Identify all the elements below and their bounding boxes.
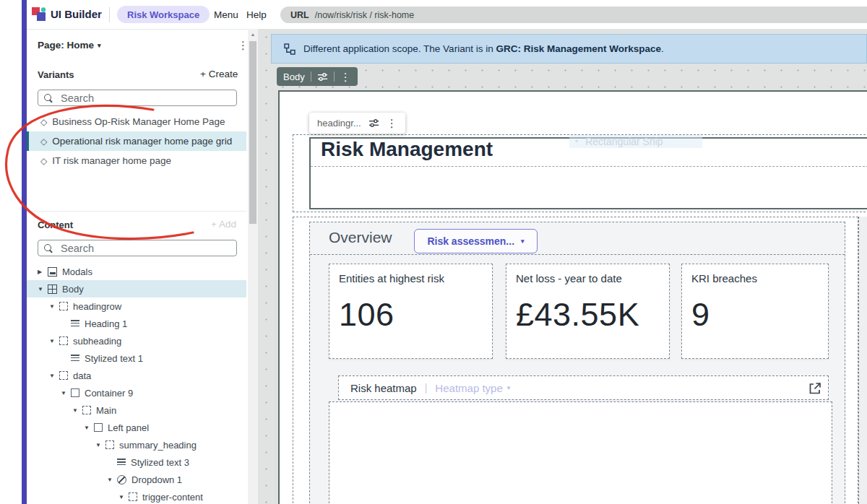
heatmap-divider: | xyxy=(425,382,428,394)
variant-item[interactable]: ◇ Business Op-Risk Manager Home Page xyxy=(26,112,246,131)
tree-item-label: summary_heading xyxy=(119,440,197,451)
page-selector[interactable]: Page: Home ▾ xyxy=(38,40,101,51)
variant-item[interactable]: ◇ IT risk manager home page xyxy=(26,151,246,170)
tree-item-label: Body xyxy=(62,284,84,295)
chevron-down-icon: ▾ xyxy=(98,42,101,49)
text-component-icon xyxy=(71,355,79,362)
search-icon xyxy=(44,243,53,253)
page-heading-text[interactable]: Risk Management xyxy=(321,138,493,161)
tree-item-trigger-content[interactable]: ▼ trigger-content xyxy=(26,488,246,504)
configure-sliders-icon[interactable] xyxy=(368,118,379,129)
url-bar[interactable]: URL /now/risk/risk / risk-home xyxy=(280,6,867,23)
dropdown-label: Risk assessmen... xyxy=(427,235,514,247)
tree-item-heading-1[interactable]: Heading 1 xyxy=(26,315,246,332)
heading-inner-outline xyxy=(311,166,867,167)
caret-down-icon[interactable]: ▼ xyxy=(107,477,117,483)
ui-builder-window: UI Builder Risk Workspace Menu Help URL … xyxy=(0,0,867,504)
overview-divider-outline xyxy=(310,254,845,255)
caret-right-icon[interactable]: ▶ xyxy=(38,269,48,275)
sidebar-section-divider xyxy=(26,211,246,212)
header-separator xyxy=(109,7,110,22)
app-title: UI Builder xyxy=(51,8,102,20)
page-menu-kebab-icon[interactable]: ⋮ xyxy=(238,40,249,51)
body-grid-icon xyxy=(48,284,57,294)
heatmap-header[interactable]: Risk heatmap | Heatmap type ▾ xyxy=(338,375,829,400)
tree-item-label: Container 9 xyxy=(85,388,133,399)
risk-assessment-dropdown[interactable]: Risk assessmen... ▾ xyxy=(414,229,538,253)
tree-item-summary-heading[interactable]: ▼ summary_heading xyxy=(26,436,246,453)
add-component-button[interactable]: + Add xyxy=(211,219,236,230)
help-button[interactable]: Help xyxy=(246,9,267,20)
chip-divider xyxy=(334,71,335,82)
body-element-chip[interactable]: Body ⋮ xyxy=(277,67,358,86)
variants-search[interactable] xyxy=(38,90,237,106)
layout-container-icon xyxy=(105,440,114,449)
tree-item-subheading[interactable]: ▼ subheading xyxy=(26,332,246,349)
chevron-down-icon: ▾ xyxy=(507,384,511,391)
tree-item-data[interactable]: ▼ data xyxy=(26,367,246,384)
tree-item-headingrow[interactable]: ▼ headingrow xyxy=(26,297,246,315)
tree-item-label: Dropdown 1 xyxy=(131,474,182,485)
tree-item-stylized-text-1[interactable]: Stylized text 1 xyxy=(26,349,246,367)
search-icon xyxy=(44,93,53,103)
tree-item-modals[interactable]: ▶ Modals xyxy=(26,263,246,280)
metric-card-net-loss[interactable]: Net loss - year to date £43.55K xyxy=(506,264,670,359)
caret-down-icon[interactable]: ▼ xyxy=(84,425,94,431)
layout-container-icon xyxy=(59,371,68,380)
metric-card-entities[interactable]: Entities at highest risk 106 xyxy=(329,264,493,359)
menu-button[interactable]: Menu xyxy=(214,9,238,20)
banner-message: Different application scope. The Variant… xyxy=(303,43,664,54)
scrollbar-up-icon[interactable]: ▲ xyxy=(248,32,258,37)
tree-item-body[interactable]: ▼ Body xyxy=(26,280,246,297)
tree-item-label: Stylized text 3 xyxy=(131,457,189,468)
tree-item-dropdown-1[interactable]: ▼ Dropdown 1 xyxy=(26,471,246,488)
caret-down-icon[interactable]: ▼ xyxy=(72,407,82,414)
text-component-icon xyxy=(117,459,126,466)
snip-artifact-text: Rectangular Snip xyxy=(585,136,663,147)
app-logo-icon xyxy=(32,7,46,22)
variant-item-selected[interactable]: ◇ Operational risk manager home page gri… xyxy=(26,131,246,151)
open-external-icon[interactable] xyxy=(808,381,822,396)
overview-heading[interactable]: Overview xyxy=(329,229,392,246)
caret-down-icon[interactable]: ▼ xyxy=(38,286,48,292)
caret-down-icon[interactable]: ▼ xyxy=(49,338,59,344)
variants-search-input[interactable] xyxy=(59,92,230,105)
scope-icon xyxy=(284,43,296,55)
metric-label: Net loss - year to date xyxy=(516,272,660,284)
layout-container-icon xyxy=(59,336,68,345)
heatmap-type-dropdown[interactable]: Heatmap type ▾ xyxy=(435,382,510,394)
tree-item-label: Stylized text 1 xyxy=(85,353,143,364)
brand-accent-bar xyxy=(22,0,27,504)
content-search[interactable] xyxy=(38,240,237,256)
tree-item-main[interactable]: ▼ Main xyxy=(26,401,246,419)
metric-card-kri-breaches[interactable]: KRI breaches 9 xyxy=(681,264,829,359)
content-search-input[interactable] xyxy=(59,242,230,255)
tree-item-label: trigger-content xyxy=(142,492,203,503)
caret-down-icon[interactable]: ▼ xyxy=(49,373,59,379)
body-chip-label: Body xyxy=(283,71,305,82)
create-variant-button[interactable]: + Create xyxy=(200,69,238,79)
headingrow-chip-label: headingr... xyxy=(317,118,361,129)
caret-down-icon[interactable]: ▼ xyxy=(61,390,71,396)
content-section-title: Content xyxy=(38,220,73,230)
caret-down-icon[interactable]: ▼ xyxy=(95,442,105,448)
heatmap-type-label: Heatmap type xyxy=(435,382,502,394)
workspace-badge[interactable]: Risk Workspace xyxy=(117,6,210,23)
canvas-right-gutter xyxy=(858,217,867,504)
headingrow-chip-kebab-icon[interactable]: ⋮ xyxy=(387,118,397,129)
tree-item-container-9[interactable]: ▼ Container 9 xyxy=(26,384,246,401)
caret-down-icon[interactable]: ▼ xyxy=(49,303,59,310)
sidebar-scrollbar-thumb[interactable] xyxy=(249,41,256,224)
caret-down-icon[interactable]: ▼ xyxy=(118,494,129,500)
configure-sliders-icon[interactable] xyxy=(317,71,328,82)
tree-item-left-panel[interactable]: ▼ Left panel xyxy=(26,419,246,436)
headingrow-element-chip[interactable]: headingr... ⋮ xyxy=(309,113,405,134)
url-value: /now/risk/risk / risk-home xyxy=(315,10,415,20)
tree-item-label: Main xyxy=(96,405,116,416)
url-label: URL xyxy=(290,10,309,20)
heatmap-canvas-area[interactable] xyxy=(329,401,832,504)
tree-item-stylized-text-3[interactable]: Stylized text 3 xyxy=(26,453,246,471)
body-chip-kebab-icon[interactable]: ⋮ xyxy=(340,71,351,82)
layout-container-icon xyxy=(82,406,91,414)
tree-item-label: Modals xyxy=(62,266,92,277)
